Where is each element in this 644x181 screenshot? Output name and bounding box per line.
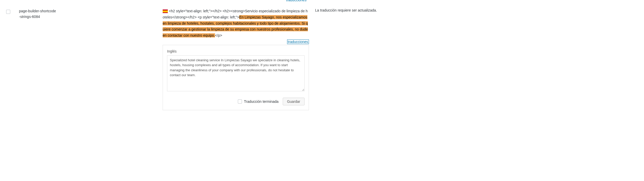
traducciones-link[interactable]: traducciones (287, 39, 309, 44)
status-text: La traducción requiere ser actualizada. (315, 8, 377, 12)
source-text: <h2 style="text-align: left;"></h2> <h2>… (163, 8, 309, 39)
row-checkbox-cell (6, 8, 19, 15)
spain-flag-icon (163, 9, 168, 13)
table-row: page-builder-shortcode -strings-6084 <h2… (0, 0, 644, 116)
status-cell: La traducción requiere ser actualizada. (314, 8, 638, 12)
string-name-line1: page-builder-shortcode (19, 9, 56, 13)
translation-complete-wrap[interactable]: Traducción terminada (238, 99, 279, 104)
string-context-cell: <h2 style="text-align: left;"></h2> <h2>… (163, 8, 314, 110)
translation-textarea[interactable] (167, 55, 305, 91)
translation-complete-checkbox[interactable] (238, 99, 242, 104)
string-name-line2: -strings-6084 (19, 15, 40, 19)
translation-box: Inglés Traducción terminada Guardar (163, 45, 309, 110)
row-select-checkbox[interactable] (6, 10, 10, 14)
translation-row-container: traducciones page-builder-shortcode -str… (0, 0, 644, 181)
traducciones-link-wrap: traducciones (163, 40, 309, 44)
string-name-cell: page-builder-shortcode -strings-6084 (19, 8, 163, 20)
top-traducciones-link[interactable]: traducciones (286, 0, 306, 2)
translation-footer: Traducción terminada Guardar (167, 98, 305, 105)
source-post: </p> (215, 33, 222, 37)
save-button[interactable]: Guardar (283, 98, 305, 105)
translation-complete-label: Traducción terminada (244, 99, 279, 104)
translation-language-label: Inglés (167, 49, 305, 53)
